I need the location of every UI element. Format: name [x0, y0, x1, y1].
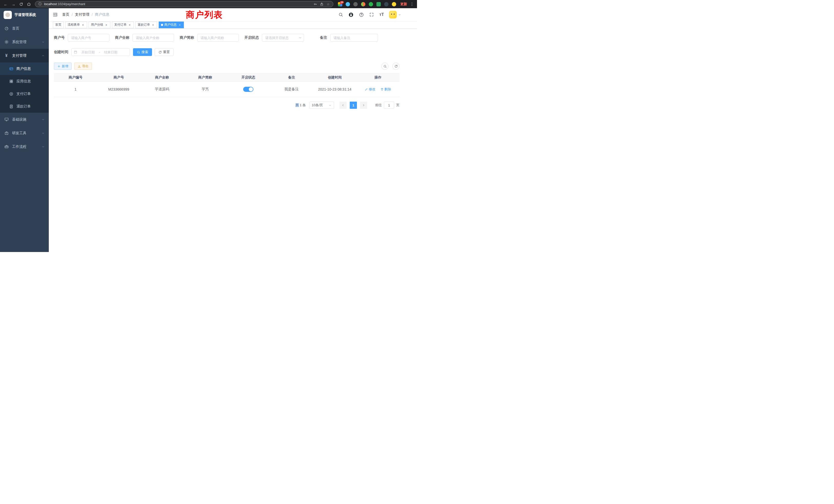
sidebar-item-devtools[interactable]: 研发工具	[0, 126, 49, 140]
extension-icon-green-circle[interactable]	[369, 2, 373, 6]
close-icon[interactable]: ×	[178, 23, 181, 27]
browser-chrome: ← → ⓘ localhost:1024/pay/merchant ☆ 10 更…	[0, 0, 417, 8]
search-icon[interactable]	[338, 12, 343, 17]
extension-icon-blue[interactable]	[346, 2, 350, 6]
page-size-select[interactable]: 10条/页	[309, 101, 334, 109]
sidebar-item-workflow[interactable]: 工作流程	[0, 140, 49, 154]
search-button[interactable]: 搜索	[133, 48, 152, 56]
active-dot-icon	[161, 24, 163, 26]
remark-input[interactable]	[330, 34, 378, 42]
reset-button[interactable]: 重置	[155, 48, 174, 56]
merchant-no-label: 商户号	[54, 36, 65, 40]
breadcrumb: 首页 / 支付管理 / 商户信息	[62, 12, 109, 17]
goto-page-input[interactable]	[384, 101, 394, 109]
end-date-input[interactable]	[101, 50, 120, 54]
sidebar-item-home[interactable]: 首页	[0, 22, 49, 35]
cell-short-name: 芋艿	[183, 87, 227, 92]
browser-back-icon[interactable]: ←	[2, 1, 9, 8]
tab-user-group[interactable]: 用户分组×	[89, 22, 110, 28]
start-date-input[interactable]	[78, 50, 98, 54]
credit-card-icon	[9, 66, 13, 71]
edit-button[interactable]: 修改	[365, 87, 375, 92]
app-logo-row[interactable]: 芋道管理系统	[0, 8, 49, 22]
export-button[interactable]: 导出	[74, 63, 92, 70]
fullscreen-icon[interactable]	[369, 12, 374, 17]
tags-view-bar: 首页 流程表单× 用户分组× 支付订单× 退款订单× 商户信息×	[49, 21, 417, 29]
sidebar-item-refund-order[interactable]: 退款订单	[0, 100, 49, 113]
sidebar-item-system[interactable]: 系统管理	[0, 35, 49, 49]
extension-badge: 10	[340, 1, 344, 4]
url-text: localhost:1024/pay/merchant	[44, 2, 85, 6]
password-key-icon[interactable]	[313, 2, 317, 6]
close-icon[interactable]: ×	[81, 23, 85, 27]
share-icon[interactable]	[320, 2, 324, 6]
sidebar-group-pay: ¥ 支付管理 商户信息 应用信息	[0, 49, 49, 113]
bookmark-star-icon[interactable]: ☆	[326, 2, 330, 6]
red-annotation-label: 商户列表	[186, 9, 223, 21]
url-bar[interactable]: ⓘ localhost:1024/pay/merchant ☆	[35, 1, 333, 7]
toggle-search-button[interactable]	[381, 63, 389, 70]
extension-icon-smiley[interactable]	[392, 2, 396, 6]
monitor-icon	[4, 117, 9, 122]
gear-icon	[4, 40, 9, 44]
sidebar-item-pay-order[interactable]: 支付订单	[0, 88, 49, 100]
next-page-button[interactable]	[360, 101, 367, 109]
browser-home-icon[interactable]	[25, 1, 32, 8]
table-header-row: 商户编号 商户号 商户全称 商户简称 开启状态 备注 创建时间 操作	[54, 74, 399, 82]
sidebar-item-merchant-info[interactable]: 商户信息	[0, 62, 49, 75]
status-select[interactable]	[262, 34, 304, 42]
tab-merchant-info[interactable]: 商户信息×	[159, 22, 184, 28]
sidebar: 芋道管理系统 首页 系统管理 ¥ 支付管理	[0, 8, 49, 252]
pagination: 共 1 条 10条/页 1 前往 页	[54, 101, 399, 109]
short-name-label: 商户简称	[180, 36, 194, 40]
merchant-table: 商户编号 商户号 商户全称 商户简称 开启状态 备注 创建时间 操作 1 M23…	[54, 73, 399, 97]
extension-icon-green-square[interactable]	[376, 2, 381, 6]
create-time-range-picker[interactable]: -	[71, 48, 130, 56]
sidebar-item-infrastructure[interactable]: 基础设施	[0, 113, 49, 126]
browser-update-button[interactable]: 更新	[399, 2, 409, 6]
breadcrumb-home[interactable]: 首页	[62, 12, 69, 17]
extensions-area: 10	[336, 2, 398, 6]
extension-icon-gray[interactable]	[353, 2, 358, 6]
help-question-icon[interactable]	[359, 12, 364, 17]
page-number-button[interactable]: 1	[350, 101, 357, 109]
tab-refund-order[interactable]: 退款订单×	[135, 22, 157, 28]
refresh-table-button[interactable]	[392, 63, 399, 70]
browser-refresh-icon[interactable]	[18, 1, 25, 8]
merchant-no-input[interactable]	[68, 34, 109, 42]
breadcrumb-section[interactable]: 支付管理	[75, 12, 89, 17]
tab-pay-order[interactable]: 支付订单×	[112, 22, 134, 28]
pagination-total: 共 1 条	[295, 103, 306, 108]
user-menu[interactable]	[389, 11, 401, 19]
sidebar-item-pay[interactable]: ¥ 支付管理	[0, 49, 49, 62]
close-icon[interactable]: ×	[151, 23, 155, 27]
site-info-icon[interactable]: ⓘ	[38, 2, 42, 6]
github-icon[interactable]	[348, 12, 354, 17]
browser-menu-icon[interactable]: ⋮	[409, 2, 415, 6]
close-icon[interactable]: ×	[128, 23, 131, 27]
chevron-down-icon	[398, 13, 401, 16]
tab-home[interactable]: 首页	[53, 22, 64, 28]
close-icon[interactable]: ×	[105, 23, 108, 27]
remark-label: 备注	[320, 36, 327, 40]
browser-forward-icon[interactable]: →	[10, 1, 17, 8]
extension-icon-dark-tools[interactable]	[384, 2, 389, 6]
search-form-row-2: 创建时间 - 搜索 重置	[54, 48, 417, 56]
sidebar-toggle-icon[interactable]	[52, 12, 58, 18]
tab-process-form[interactable]: 流程表单×	[65, 22, 87, 28]
font-size-icon[interactable]: ᴛT	[379, 12, 384, 17]
dashboard-icon	[4, 26, 9, 31]
target-icon	[9, 92, 13, 96]
add-button[interactable]: 新增	[54, 63, 72, 70]
full-name-input[interactable]	[132, 34, 174, 42]
document-icon	[9, 104, 13, 109]
delete-button[interactable]: 删除	[380, 87, 391, 92]
prev-page-button[interactable]	[339, 101, 347, 109]
short-name-input[interactable]	[197, 34, 239, 42]
status-toggle[interactable]	[243, 87, 254, 92]
sidebar-item-app-info[interactable]: 应用信息	[0, 75, 49, 88]
user-avatar	[389, 11, 397, 19]
extension-icon-multicolor[interactable]	[361, 2, 366, 6]
goto-unit-label: 页	[396, 103, 399, 108]
extension-puzzle-icon[interactable]: 10	[338, 2, 342, 6]
